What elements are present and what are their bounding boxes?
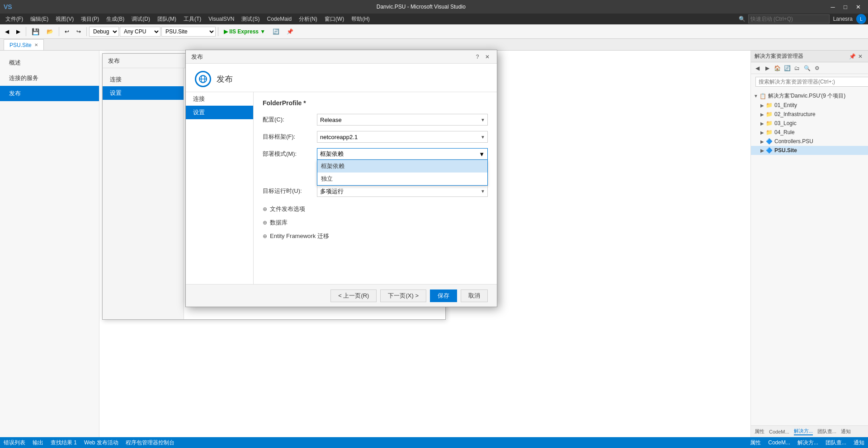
- se-refresh-btn[interactable]: 🔄: [783, 64, 792, 73]
- sidebar-item-overview[interactable]: 概述: [0, 55, 99, 70]
- dialog-help-button[interactable]: ?: [473, 53, 481, 61]
- status-codemaid[interactable]: CodeM...: [768, 439, 790, 446]
- se-filter-btn[interactable]: 🔍: [802, 64, 811, 73]
- menu-analyze[interactable]: 分析(N): [295, 14, 321, 24]
- tree-controllers[interactable]: ▶ 🔷 Controllers.PSU: [751, 137, 868, 146]
- se-solution-tab[interactable]: 解决方...: [794, 428, 813, 435]
- status-find-results[interactable]: 查找结果 1: [51, 439, 77, 447]
- status-team[interactable]: 团队查...: [826, 439, 846, 447]
- status-web-publish[interactable]: Web 发布活动: [84, 439, 118, 447]
- menu-help[interactable]: 帮助(H): [348, 14, 373, 24]
- menu-window[interactable]: 窗口(W): [321, 14, 348, 24]
- database-section[interactable]: ⊕ 数据库: [263, 216, 488, 229]
- menu-team[interactable]: 团队(M): [154, 14, 180, 24]
- tab-bar: PSU.Site ✕: [0, 39, 868, 51]
- toolbar-forward[interactable]: ▶: [13, 26, 24, 37]
- tree-solution[interactable]: ▼ 📋 解决方案'Danvic.PSU'(9 个项目): [751, 91, 868, 101]
- refresh-button[interactable]: 🔄: [269, 26, 283, 37]
- runtime-label: 目标运行时(U):: [263, 187, 317, 195]
- status-properties[interactable]: 属性: [750, 439, 761, 447]
- framework-select[interactable]: netcoreapp2.1: [317, 131, 488, 143]
- tree-rule[interactable]: ▶ 📁 04_Rule: [751, 128, 868, 137]
- tree-entity[interactable]: ▶ 📁 01_Entity: [751, 101, 868, 110]
- next-button[interactable]: 下一页(X) >: [380, 289, 426, 302]
- run-button[interactable]: ▶ IIS Express ▼: [221, 26, 269, 37]
- toolbar-sep3: [86, 27, 87, 36]
- close-button[interactable]: ✕: [852, 2, 864, 12]
- se-notify-tab[interactable]: 通知: [841, 428, 851, 435]
- user-avatar: L: [856, 14, 866, 24]
- dialog-close-button[interactable]: ✕: [483, 53, 491, 61]
- database-label: 数据库: [270, 219, 288, 227]
- toolbar-back[interactable]: ◀: [2, 26, 12, 37]
- attach-button[interactable]: 📌: [283, 26, 297, 37]
- quick-launch-input[interactable]: [748, 14, 830, 23]
- dialog-nav-settings[interactable]: 设置: [186, 106, 253, 119]
- infra-label: 02_Infrastructure: [774, 111, 816, 117]
- project-icon-ctrl: 🔷: [765, 138, 773, 145]
- sidebar-item-connected[interactable]: 连接的服务: [0, 70, 99, 86]
- menu-edit[interactable]: 编辑(E): [27, 14, 52, 24]
- se-collapse-btn[interactable]: 🗂: [793, 64, 802, 73]
- publish-nav-settings[interactable]: 设置: [103, 86, 184, 100]
- deploy-select-display[interactable]: 框架依赖 ▼: [317, 148, 488, 160]
- tree-psusite[interactable]: ▶ 🔷 PSU.Site: [751, 146, 868, 155]
- menu-project[interactable]: 项目(P): [77, 14, 103, 24]
- se-back-btn[interactable]: ◀: [753, 64, 762, 73]
- project-dropdown[interactable]: PSU.Site: [161, 27, 216, 37]
- deploy-option-framework[interactable]: 框架依赖: [317, 160, 487, 173]
- se-properties-tab[interactable]: 属性: [755, 428, 764, 435]
- tab-close-icon[interactable]: ✕: [34, 42, 38, 47]
- tree-logic[interactable]: ▶ 📁 03_Logic: [751, 119, 868, 128]
- maximize-button[interactable]: □: [839, 2, 852, 12]
- dialog-nav-connect[interactable]: 连接: [186, 92, 253, 106]
- dialog-controls: ? ✕: [473, 53, 491, 61]
- toolbar-undo[interactable]: ↩: [61, 26, 72, 37]
- menu-visualsvn[interactable]: VisualSVN: [205, 15, 238, 23]
- back-button[interactable]: < 上一页(R): [330, 289, 377, 302]
- se-pin-button[interactable]: 📌: [848, 52, 856, 61]
- se-forward-btn[interactable]: ▶: [763, 64, 772, 73]
- ef-migration-section[interactable]: ⊕ Entity Framework 迁移: [263, 229, 488, 243]
- deploy-option-standalone[interactable]: 独立: [317, 173, 487, 185]
- menu-file[interactable]: 文件(F): [2, 14, 27, 24]
- menu-tools[interactable]: 工具(T): [180, 14, 205, 24]
- status-package-manager[interactable]: 程序包管理器控制台: [126, 439, 175, 447]
- se-search-input[interactable]: [755, 77, 868, 87]
- toolbar-open[interactable]: 📂: [43, 26, 57, 37]
- menu-debug[interactable]: 调试(D): [128, 14, 154, 24]
- runtime-select[interactable]: 多项运行: [317, 185, 488, 197]
- expand-icon: ▼: [753, 93, 759, 98]
- se-close-button[interactable]: ✕: [856, 52, 864, 61]
- tree-infrastructure[interactable]: ▶ 📁 02_Infrastructure: [751, 110, 868, 119]
- tab-psu-site[interactable]: PSU.Site ✕: [4, 39, 44, 50]
- menu-view[interactable]: 视图(V): [52, 14, 77, 24]
- menu-build[interactable]: 生成(B): [103, 14, 128, 24]
- sidebar-item-publish[interactable]: 发布: [0, 86, 99, 101]
- config-select[interactable]: Release Debug: [317, 114, 488, 126]
- title-bar: VS Danvic.PSU - Microsoft Visual Studio …: [0, 0, 868, 14]
- se-home-btn[interactable]: 🏠: [773, 64, 782, 73]
- toolbar-save[interactable]: 💾: [28, 26, 42, 37]
- se-codemaid-tab[interactable]: CodeM...: [769, 429, 789, 434]
- status-output[interactable]: 输出: [33, 439, 43, 447]
- toolbar-sep1: [26, 27, 26, 36]
- expand-db-icon: ⊕: [263, 219, 267, 226]
- menu-codemaid[interactable]: CodeMaid: [263, 15, 295, 23]
- status-solution[interactable]: 解决方...: [797, 439, 818, 447]
- save-button[interactable]: 保存: [430, 289, 457, 302]
- se-settings-btn[interactable]: ⚙: [812, 64, 821, 73]
- file-publish-options[interactable]: ⊕ 文件发布选项: [263, 202, 488, 216]
- platform-dropdown[interactable]: Any CPU: [120, 27, 160, 37]
- dialog-header-title: 发布: [217, 74, 233, 84]
- publish-nav-connect[interactable]: 连接: [103, 73, 184, 86]
- debug-config-dropdown[interactable]: Debug: [89, 27, 119, 37]
- menu-test[interactable]: 测试(S): [238, 14, 263, 24]
- deploy-arrow-icon: ▼: [479, 151, 485, 158]
- status-error-list[interactable]: 错误列表: [4, 439, 25, 447]
- minimize-button[interactable]: ─: [826, 2, 839, 12]
- toolbar-redo[interactable]: ↪: [73, 26, 84, 37]
- cancel-button[interactable]: 取消: [461, 289, 488, 302]
- se-team-tab[interactable]: 团队查...: [817, 428, 836, 435]
- status-notifications[interactable]: 通知: [854, 439, 864, 447]
